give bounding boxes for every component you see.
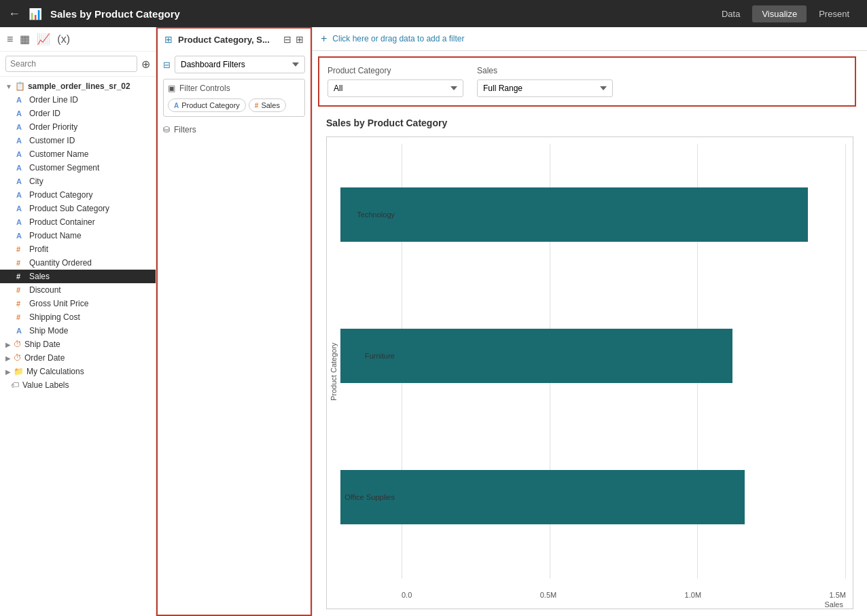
sidebar-item-product-category[interactable]: A Product Category	[0, 188, 156, 202]
item-label: Gross Unit Price	[29, 299, 88, 308]
type-badge: A	[16, 137, 26, 145]
type-badge: A	[16, 232, 26, 240]
type-badge: A	[16, 150, 26, 158]
product-category-select[interactable]: All Technology Furniture Office Supplies	[328, 79, 463, 97]
bar-row-office-supplies: Office Supplies	[340, 453, 846, 541]
back-button[interactable]: ←	[8, 7, 20, 21]
item-label: Ship Mode	[29, 326, 68, 336]
bar-label: Technology	[340, 211, 400, 219]
x-tick: 0.0	[402, 591, 412, 599]
type-badge: A	[16, 204, 26, 213]
x-tick: 0.5M	[540, 591, 556, 599]
sidebar-item-customer-segment[interactable]: A Customer Segment	[0, 161, 156, 175]
sidebar-item-value-labels[interactable]: 🏷 Value Labels	[0, 378, 156, 392]
pill-sales[interactable]: # Sales	[249, 98, 286, 112]
dashboard-filters-icon: ⊟	[163, 60, 171, 70]
sidebar-item-profit[interactable]: # Profit	[0, 242, 156, 256]
datasource-item[interactable]: ▼ 📋 sample_order_lines_sr_02	[0, 79, 156, 93]
filter-icon: ▣	[168, 84, 175, 93]
type-badge: A	[16, 123, 26, 131]
expand-arrow: ▶	[5, 341, 11, 348]
group-label: Ship Date	[24, 340, 60, 349]
sidebar-item-sales[interactable]: # Sales	[0, 270, 156, 283]
sidebar-item-gross-unit-price[interactable]: # Gross Unit Price	[0, 297, 156, 310]
panel-grid-icon[interactable]: ⊞	[296, 34, 304, 45]
y-axis-label: Product Category	[327, 144, 340, 599]
folder-icon: 📁	[14, 367, 24, 376]
group-label: Order Date	[24, 353, 65, 363]
bars-container: Technology Furniture	[340, 144, 846, 588]
sidebar-item-ship-mode[interactable]: A Ship Mode	[0, 324, 156, 338]
sidebar-item-my-calculations[interactable]: ▶ 📁 My Calculations	[0, 365, 156, 378]
filters-section: ⛁ Filters	[163, 122, 305, 137]
sidebar-item-quantity-ordered[interactable]: # Quantity Ordered	[0, 256, 156, 270]
sidebar-item-ship-date[interactable]: ▶ ⏱ Ship Date	[0, 338, 156, 351]
type-badge: #	[16, 313, 26, 321]
bar-row-furniture: Furniture	[340, 312, 846, 400]
type-badge: A	[16, 191, 26, 199]
line-chart-icon[interactable]: 📈	[37, 33, 50, 46]
type-badge: A	[16, 164, 26, 172]
search-input[interactable]	[5, 56, 137, 72]
product-category-label: Product Category	[328, 66, 463, 75]
item-label: Value Labels	[22, 380, 69, 390]
filter-dropdown-row: ⊟ Dashboard Filters	[163, 56, 305, 73]
nav-data-button[interactable]: Data	[712, 5, 749, 22]
sidebar-item-product-container[interactable]: A Product Container	[0, 215, 156, 229]
sidebar-item-order-priority[interactable]: A Order Priority	[0, 120, 156, 134]
sidebar-item-order-id[interactable]: A Order ID	[0, 107, 156, 120]
type-badge: #	[16, 272, 26, 280]
chart-border: Product Category	[326, 137, 853, 609]
center-panel: ⊞ Product Category, S... ⊟ ⊞ ⊟ Dashboard…	[156, 27, 313, 616]
sidebar-item-shipping-cost[interactable]: # Shipping Cost	[0, 310, 156, 324]
table-icon[interactable]: ≡	[7, 33, 13, 46]
pill-type-badge: #	[255, 102, 259, 109]
bar-wrapper	[340, 187, 846, 242]
item-label: Order Line ID	[29, 95, 78, 105]
chart-title: Sales by Product Category	[326, 117, 853, 128]
filters-label: Filters	[174, 125, 196, 134]
filter-pill-row: A Product Category # Sales	[168, 98, 300, 112]
sidebar-item-product-name[interactable]: A Product Name	[0, 229, 156, 242]
add-field-button[interactable]: ⊕	[141, 58, 150, 71]
sidebar-item-customer-name[interactable]: A Customer Name	[0, 147, 156, 161]
sidebar-item-order-date[interactable]: ▶ ⏱ Order Date	[0, 351, 156, 365]
topbar-nav: Data Visualize Present	[712, 5, 859, 22]
clock-icon: ⏱	[14, 340, 22, 349]
active-filter-panel: Product Category All Technology Furnitur…	[318, 56, 856, 107]
add-filter-icon[interactable]: +	[321, 33, 327, 45]
tag-icon: 🏷	[11, 380, 19, 390]
item-label: Shipping Cost	[29, 312, 80, 322]
type-badge: A	[16, 327, 26, 335]
item-label: Order ID	[29, 109, 60, 118]
panel-table-icon[interactable]: ⊟	[283, 34, 291, 45]
item-label: Product Name	[29, 231, 82, 240]
sales-select[interactable]: Full Range Custom Range	[477, 79, 613, 97]
sidebar-item-product-sub-category[interactable]: A Product Sub Category	[0, 202, 156, 215]
sidebar-item-discount[interactable]: # Discount	[0, 283, 156, 297]
add-filter-text[interactable]: Click here or drag data to add a filter	[332, 34, 464, 43]
pill-product-category[interactable]: A Product Category	[168, 98, 246, 112]
topbar: ← 📊 Sales by Product Category Data Visua…	[0, 0, 867, 27]
type-badge: #	[16, 245, 26, 253]
bar-chart-icon[interactable]: ▦	[20, 33, 30, 46]
item-label: Profit	[29, 244, 48, 254]
item-label: City	[29, 177, 43, 186]
nav-visualize-button[interactable]: Visualize	[752, 5, 807, 22]
bar-label: Office Supplies	[340, 493, 400, 501]
nav-present-button[interactable]: Present	[809, 5, 859, 22]
sidebar-item-customer-id[interactable]: A Customer ID	[0, 134, 156, 147]
pill-label: Sales	[261, 101, 280, 109]
bar-label: Furniture	[340, 352, 400, 360]
filter-panel-icon: ⊞	[164, 34, 173, 45]
type-badge: #	[16, 286, 26, 294]
expand-arrow: ▼	[5, 83, 12, 90]
bar-technology	[340, 187, 808, 242]
expression-icon[interactable]: (x)	[57, 33, 70, 46]
sidebar-item-order-line-id[interactable]: A Order Line ID	[0, 93, 156, 107]
panel-header: ⊞ Product Category, S... ⊟ ⊞	[156, 27, 312, 50]
sidebar-item-city[interactable]: A City	[0, 175, 156, 188]
chart-icon: 📊	[29, 7, 42, 20]
bar-wrapper	[340, 470, 846, 524]
dashboard-filters-select[interactable]: Dashboard Filters	[175, 56, 305, 73]
